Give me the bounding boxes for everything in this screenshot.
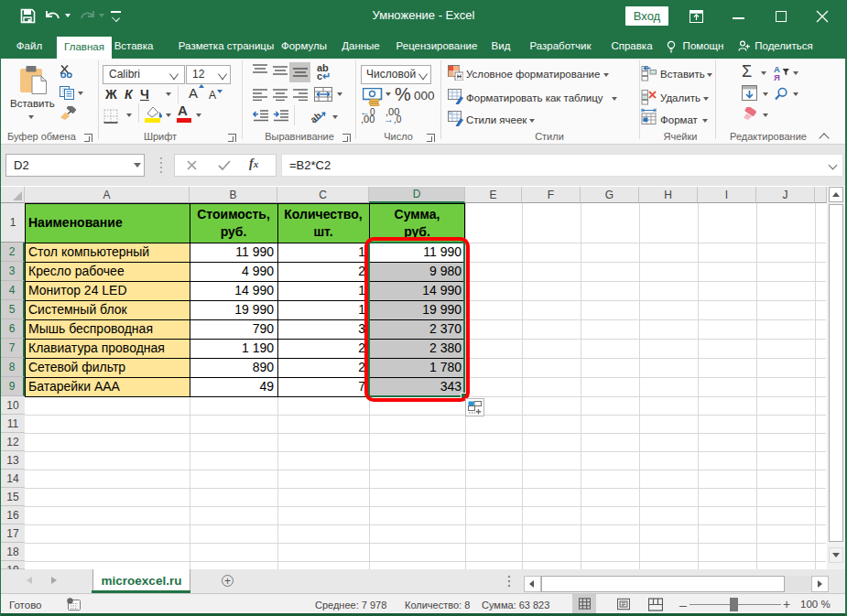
svg-text:Я: Я [774,72,780,81]
